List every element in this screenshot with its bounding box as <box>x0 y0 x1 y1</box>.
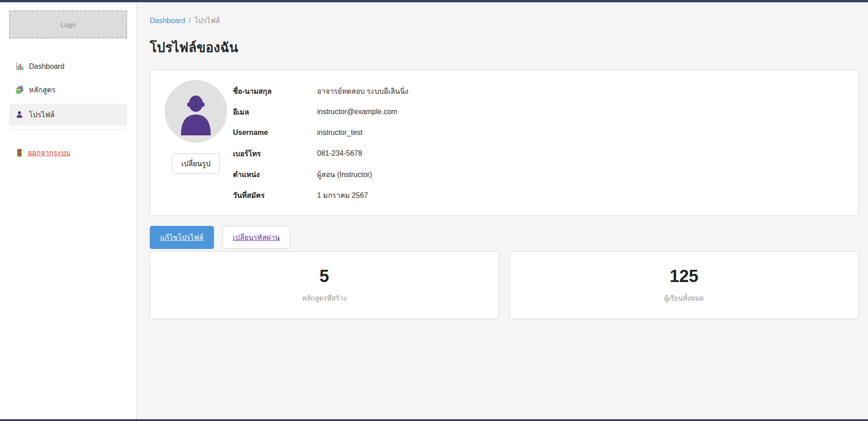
change-photo-button[interactable]: เปลี่ยนรูป <box>172 153 220 174</box>
sidebar-item-label: Dashboard <box>29 62 64 71</box>
profile-actions: แก้ไขโปรไฟล์ เปลี่ยนรหัสผ่าน <box>150 226 859 249</box>
sidebar-item-dashboard[interactable]: Dashboard <box>9 57 127 76</box>
bar-chart-icon <box>15 62 24 71</box>
avatar <box>165 80 227 143</box>
field-label: วันที่สมัคร <box>233 190 317 201</box>
field-label: เบอร์โทร <box>233 148 317 159</box>
field-value: instructor_test <box>317 129 362 137</box>
profile-fields: ชื่อ-นามสกุล อาจารย์ทดสอบ ระบบอีเลินนิ่ง… <box>233 80 847 206</box>
logo-text: Logo <box>61 21 76 29</box>
bust-icon <box>178 93 214 136</box>
field-value: อาจารย์ทดสอบ ระบบอีเลินนิ่ง <box>317 86 408 97</box>
main-content: Dashboard / โปรไฟล์ โปรไฟล์ของฉัน <box>137 2 868 419</box>
sidebar-divider <box>9 129 127 130</box>
stat-label: ผู้เรียนทั้งหมด <box>664 293 704 304</box>
change-password-link[interactable]: เปลี่ยนรหัสผ่าน <box>233 234 280 241</box>
field-label: Username <box>233 129 317 137</box>
stat-value: 125 <box>670 267 698 286</box>
sidebar-item-label: หลักสูตร <box>29 84 56 96</box>
field-value: instructor@example.com <box>317 108 397 116</box>
person-icon <box>15 110 24 119</box>
sidebar-item-profile[interactable]: โปรไฟล์ <box>9 104 127 126</box>
sidebar-item-courses[interactable]: หลักสูตร <box>9 79 127 101</box>
field-row-register-date: วันที่สมัคร 1 มกราคม 2567 <box>233 185 847 206</box>
field-label: ตำแหน่ง <box>233 169 317 180</box>
field-label: อีเมล <box>233 106 317 118</box>
stat-label: หลักสูตรที่สร้าง <box>302 293 346 304</box>
stat-card-total-learners: 125 ผู้เรียนทั้งหมด <box>510 251 859 319</box>
field-row-username: Username instructor_test <box>233 122 847 143</box>
logout-link[interactable]: ออกจากระบบ <box>15 147 70 158</box>
field-row-position: ตำแหน่ง ผู้สอน (Instructor) <box>233 164 847 185</box>
edit-profile-link[interactable]: แก้ไขโปรไฟล์ <box>160 234 204 241</box>
page-title: โปรไฟล์ของฉัน <box>150 37 859 58</box>
field-value: 081-234-5678 <box>317 149 362 158</box>
breadcrumb-current: โปรไฟล์ <box>194 15 220 26</box>
sidebar-nav: Dashboard หลักสูตร <box>9 57 127 126</box>
field-row-fullname: ชื่อ-นามสกุล อาจารย์ทดสอบ ระบบอีเลินนิ่ง <box>233 81 847 101</box>
breadcrumb-separator: / <box>189 17 190 25</box>
field-value: ผู้สอน (Instructor) <box>317 169 372 180</box>
field-row-phone: เบอร์โทร 081-234-5678 <box>233 143 847 164</box>
stat-card-courses-created: 5 หลักสูตรที่สร้าง <box>150 251 499 319</box>
field-row-email: อีเมล instructor@example.com <box>233 101 847 122</box>
edit-profile-button[interactable]: แก้ไขโปรไฟล์ <box>150 226 214 249</box>
sidebar-item-label: โปรไฟล์ <box>29 109 55 120</box>
books-icon <box>15 86 24 94</box>
field-label: ชื่อ-นามสกุล <box>233 86 317 97</box>
bottom-accent-bar <box>0 419 868 421</box>
sidebar: Logo Dashboard <box>0 2 137 419</box>
field-value: 1 มกราคม 2567 <box>317 190 368 201</box>
breadcrumb: Dashboard / โปรไฟล์ <box>150 15 859 26</box>
logout-label: ออกจากระบบ <box>28 147 70 158</box>
logo-placeholder: Logo <box>9 10 127 38</box>
stat-value: 5 <box>319 267 329 286</box>
change-password-button[interactable]: เปลี่ยนรหัสผ่าน <box>223 226 290 249</box>
avatar-column: เปลี่ยนรูป <box>161 80 230 206</box>
stats-row: 5 หลักสูตรที่สร้าง 125 ผู้เรียนทั้งหมด <box>150 251 859 319</box>
profile-card: เปลี่ยนรูป ชื่อ-นามสกุล อาจารย์ทดสอบ ระบ… <box>150 70 859 216</box>
door-icon <box>15 148 24 157</box>
breadcrumb-dashboard-link[interactable]: Dashboard <box>150 17 185 25</box>
